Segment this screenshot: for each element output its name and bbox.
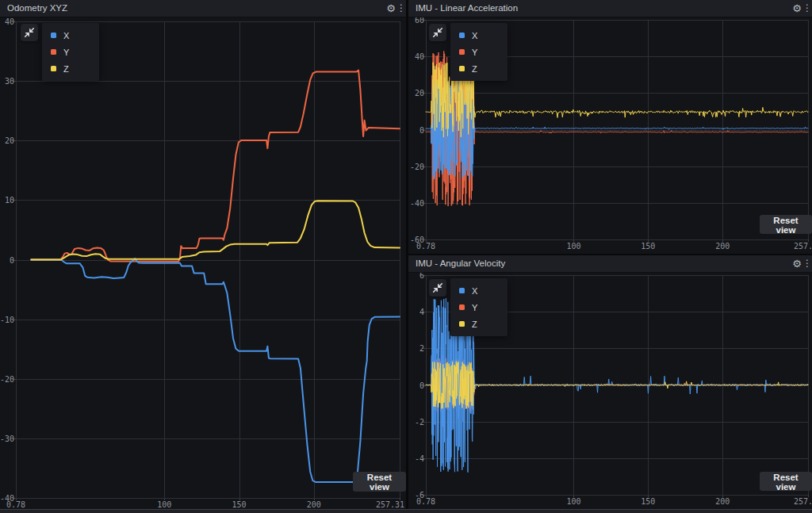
- panel-titlebar[interactable]: Odometry XYZ ⚙ ⋮: [0, 0, 406, 17]
- x-axis-tick-label: 257.31: [794, 242, 812, 251]
- panel-imu-linear-acceleration: 0.78100150200257.316040200-20-40-60 IMU …: [408, 0, 812, 254]
- x-axis-tick-label: 150: [641, 242, 655, 251]
- y-axis-tick-label: -2: [408, 418, 424, 427]
- y-axis-tick-label: -4: [408, 454, 424, 463]
- kebab-menu-icon[interactable]: ⋮: [396, 2, 404, 15]
- y-axis-tick-label: 40: [408, 52, 424, 61]
- series-line-x: [426, 81, 808, 179]
- series-color-chip: [459, 288, 465, 293]
- legend-item-x[interactable]: X: [42, 27, 99, 44]
- legend-item-y[interactable]: Y: [42, 44, 99, 60]
- legend-item-label: X: [472, 31, 477, 40]
- panel-titlebar[interactable]: IMU - Linear Acceleration ⚙ ⋮: [408, 0, 812, 17]
- x-axis-tick-label: 150: [641, 497, 655, 506]
- series-color-chip: [459, 33, 465, 38]
- x-axis-tick-label: 257.31: [376, 500, 404, 509]
- legend-item-label: Z: [63, 64, 69, 74]
- legend-item-y[interactable]: Y: [450, 44, 508, 60]
- legend-item-z[interactable]: Z: [450, 60, 508, 77]
- y-axis-tick-label: 0: [408, 381, 424, 390]
- settings-gear-icon[interactable]: ⚙: [386, 2, 396, 15]
- series-color-chip: [459, 66, 465, 71]
- y-axis-tick-label: 20: [408, 89, 424, 98]
- legend-item-label: Z: [472, 64, 477, 74]
- legend-item-label: Y: [63, 48, 69, 57]
- series-line-z: [426, 362, 808, 409]
- kebab-menu-icon[interactable]: ⋮: [802, 257, 810, 270]
- y-axis-tick-label: -10: [0, 316, 14, 324]
- legend-item-label: Y: [472, 303, 477, 312]
- legend-item-x[interactable]: X: [450, 282, 508, 299]
- legend: XYZ: [450, 278, 508, 336]
- legend-collapse-button[interactable]: [429, 279, 446, 297]
- legend-item-x[interactable]: X: [450, 27, 508, 44]
- x-axis-tick-label: 100: [566, 242, 580, 251]
- x-axis-tick-label: 100: [157, 500, 171, 509]
- panel-title: Odometry XYZ: [7, 3, 67, 13]
- y-axis-tick-label: 4: [408, 308, 424, 316]
- series-color-chip: [459, 321, 465, 327]
- series-line-y: [31, 71, 400, 262]
- collapse-arrows-icon: [432, 27, 443, 38]
- app-window: 0.78100150200257.31403020100-10-20-30-40…: [0, 0, 812, 513]
- series-color-chip: [51, 66, 56, 71]
- collapse-arrows-icon: [24, 27, 35, 38]
- x-axis-tick-label: 150: [232, 500, 247, 509]
- x-axis-tick-label: 200: [715, 242, 730, 251]
- panel-titlebar[interactable]: IMU - Angular Velocity ⚙ ⋮: [408, 255, 812, 273]
- panel-title: IMU - Linear Acceleration: [416, 3, 518, 13]
- y-axis-tick-label: -40: [0, 494, 14, 503]
- legend: XYZ: [42, 23, 99, 81]
- x-axis-tick-label: 100: [566, 497, 580, 506]
- settings-gear-icon[interactable]: ⚙: [792, 2, 802, 15]
- series-lines: [31, 71, 400, 483]
- legend-item-label: X: [63, 31, 69, 40]
- panel-imu-angular-velocity: 0.78100150200257.316420-2-4-6 IMU - Angu…: [408, 255, 812, 509]
- series-color-chip: [459, 49, 465, 55]
- panel-title: IMU - Angular Velocity: [416, 258, 505, 268]
- legend-item-z[interactable]: Z: [450, 316, 508, 332]
- panel-odometry-xyz: 0.78100150200257.31403020100-10-20-30-40…: [0, 0, 406, 509]
- y-axis-tick-label: -60: [408, 235, 424, 244]
- y-axis-tick-label: 40: [0, 17, 14, 26]
- legend-item-label: Z: [472, 320, 477, 329]
- reset-view-button[interactable]: Reset view: [353, 472, 406, 492]
- legend-item-z[interactable]: Z: [42, 60, 99, 77]
- playback-bar[interactable]: [0, 509, 812, 513]
- kebab-menu-icon[interactable]: ⋮: [802, 2, 810, 15]
- y-axis-tick-label: -20: [408, 163, 424, 171]
- reset-view-button[interactable]: Reset view: [760, 215, 812, 234]
- y-axis-tick-label: 0: [0, 256, 14, 265]
- x-axis-tick-label: 200: [715, 497, 730, 506]
- y-axis-tick-label: 10: [0, 196, 14, 205]
- collapse-arrows-icon: [432, 282, 443, 293]
- reset-view-button[interactable]: Reset view: [760, 472, 812, 491]
- y-axis-tick-label: -30: [0, 435, 14, 443]
- y-axis-tick-label: 30: [0, 77, 14, 86]
- y-axis-tick-label: 20: [0, 136, 14, 145]
- legend-item-label: Y: [472, 48, 477, 57]
- x-axis-tick-label: 200: [307, 500, 321, 509]
- x-axis-tick-label: 257.31: [794, 497, 812, 506]
- y-axis-tick-label: 0: [408, 126, 424, 135]
- gridlines: [13, 21, 400, 500]
- y-axis-tick-label: 2: [408, 344, 424, 353]
- legend-collapse-button[interactable]: [21, 24, 38, 41]
- legend-collapse-button[interactable]: [429, 24, 446, 41]
- legend-item-y[interactable]: Y: [450, 299, 508, 316]
- settings-gear-icon[interactable]: ⚙: [792, 257, 802, 270]
- y-axis-tick-label: -20: [0, 375, 14, 384]
- y-axis-tick-label: -40: [408, 199, 424, 208]
- legend: XYZ: [450, 23, 508, 81]
- series-color-chip: [51, 33, 56, 38]
- series-line-x: [31, 258, 400, 482]
- y-axis-tick-label: -6: [408, 491, 424, 500]
- series-color-chip: [459, 304, 465, 310]
- series-color-chip: [51, 49, 56, 55]
- legend-item-label: X: [472, 286, 477, 296]
